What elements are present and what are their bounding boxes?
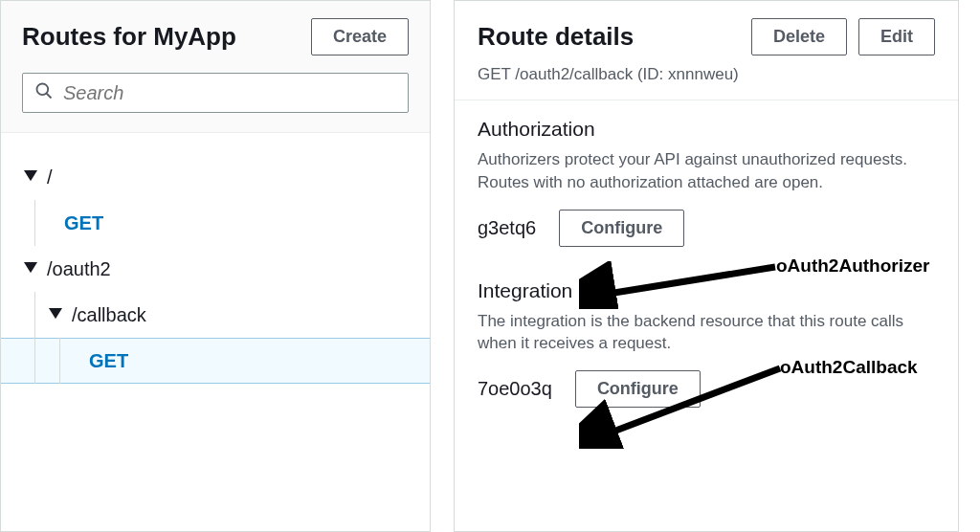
routes-header: Routes for MyApp Create (1, 1, 430, 133)
authorizer-id: g3etq6 (478, 217, 536, 239)
authorization-section: Authorization Authorizers protect your A… (455, 100, 958, 256)
routes-tree: / GET /oauth2 /callback GET (1, 133, 430, 384)
integration-id: 7oe0o3q (478, 378, 552, 400)
tree-label: / (47, 166, 53, 188)
route-details-header: Route details Delete Edit GET /oauth2/ca… (455, 1, 958, 100)
authorization-desc: Authorizers protect your API against una… (478, 148, 935, 194)
edit-button[interactable]: Edit (858, 18, 935, 55)
tree-label: /oauth2 (47, 258, 111, 280)
route-path-line: GET /oauth2/callback (ID: xnnnweu) (478, 65, 935, 84)
integration-desc: The integration is the backend resource … (478, 310, 935, 356)
method-label: GET (72, 350, 128, 372)
create-button[interactable]: Create (311, 18, 409, 55)
svg-point-0 (37, 84, 49, 96)
method-label: GET (47, 212, 103, 234)
tree-callback-get[interactable]: GET (1, 338, 430, 384)
caret-down-icon (22, 170, 39, 184)
tree-callback[interactable]: /callback (1, 292, 430, 338)
search-icon (34, 81, 54, 104)
route-details-title: Route details (478, 22, 634, 52)
caret-down-icon (47, 308, 64, 321)
integration-section: Integration The integration is the backe… (455, 256, 958, 418)
authorization-title: Authorization (478, 118, 935, 141)
search-input[interactable] (63, 82, 396, 104)
caret-down-icon (22, 262, 39, 276)
search-box[interactable] (22, 73, 409, 113)
svg-marker-4 (49, 308, 62, 319)
delete-button[interactable]: Delete (751, 18, 847, 55)
configure-integration-button[interactable]: Configure (575, 370, 701, 408)
svg-line-1 (47, 94, 52, 99)
tree-label: /callback (72, 304, 146, 326)
integration-title: Integration (478, 279, 935, 302)
route-details-panel: Route details Delete Edit GET /oauth2/ca… (454, 0, 959, 532)
routes-panel: Routes for MyApp Create / GET (0, 0, 431, 532)
routes-title: Routes for MyApp (22, 22, 236, 52)
tree-root-get[interactable]: GET (1, 200, 430, 246)
configure-authorization-button[interactable]: Configure (559, 210, 684, 247)
tree-oauth2[interactable]: /oauth2 (1, 246, 430, 292)
svg-marker-2 (24, 170, 37, 181)
tree-root[interactable]: / (1, 154, 430, 200)
svg-marker-3 (24, 262, 37, 273)
